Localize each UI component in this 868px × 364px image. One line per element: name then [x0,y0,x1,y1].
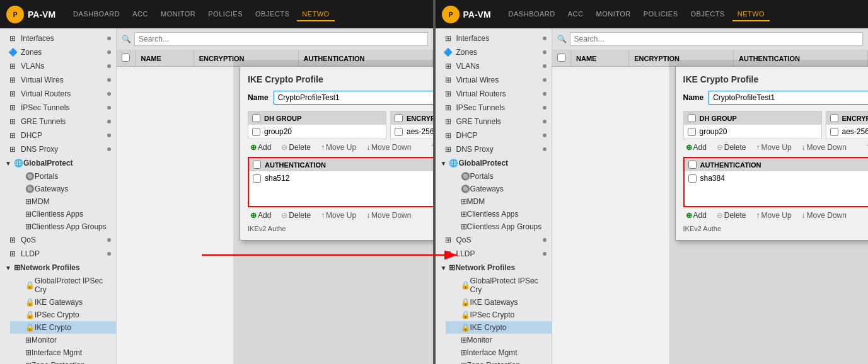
sidebar-globalprotect-left[interactable]: ▼ 🌐 GlobalProtect [0,156,116,170]
enc-check-right[interactable] [830,128,838,136]
sidebar-lldp-left[interactable]: ⊞ LLDP [0,247,116,261]
search-input-right[interactable] [570,32,864,46]
auth-movedown-btn-right[interactable]: ↓ Move Down [799,210,849,221]
modal-name-input-left[interactable] [274,91,433,105]
auth-delete-btn-right[interactable]: ⊖ Delete [714,210,749,221]
sidebar-monitor-right[interactable]: ⊞ Monitor [446,334,552,346]
sidebar-ipsec-right[interactable]: ⊞ IPSec Tunnels [436,101,552,115]
nav-acc-left[interactable]: ACC [127,8,153,21]
sidebar-interface-mgmt-right[interactable]: ⊞ Interface Mgmt [446,346,552,359]
col-name-left: NAME [136,50,194,67]
enc-check-left[interactable] [395,128,403,136]
dh-delete-btn-right[interactable]: ⊖ Delete [714,142,749,153]
sidebar-zone-protection-left[interactable]: ⊞ Zone Protection [10,359,116,364]
sidebar-ike-crypto-right[interactable]: 🔒 IKE Crypto [446,321,552,334]
sidebar-ipsec-crypto-left[interactable]: 🔒 IPSec Crypto [10,309,116,321]
sidebar-dns-right[interactable]: ⊞ DNS Proxy [436,142,552,156]
sidebar-dhcp-left[interactable]: ⊞ DHCP [0,128,116,142]
sidebar-ike-gateways-left[interactable]: 🔒 IKE Gateways [10,296,116,309]
sidebar-mdm-right[interactable]: ⊞ MDM [446,195,552,208]
sidebar-qos-right[interactable]: ⊞ QoS [436,233,552,247]
enc-select-all-right[interactable] [830,114,838,122]
auth-add-btn-left[interactable]: ⊕ Add [248,210,274,221]
sidebar-clientless-app-groups-left[interactable]: ⊞ Clientless App Groups [10,220,116,233]
dh-add-btn-right[interactable]: ⊕ Add [683,142,709,153]
sidebar-gateways-left[interactable]: 🔘 Gateways [10,183,116,195]
auth-movedown-btn-left[interactable]: ↓ Move Down [364,210,414,221]
sidebar-ipsec-left[interactable]: ⊞ IPSec Tunnels [0,101,116,115]
dh-movedown-btn-right[interactable]: ↓ Move Down [799,142,849,153]
timers-label-left: Timers [431,144,432,151]
select-all-left[interactable] [122,54,130,62]
nav-policies-left[interactable]: POLICIES [203,8,248,21]
dh-select-all-left[interactable] [252,114,260,122]
sidebar-gre-left[interactable]: ⊞ GRE Tunnels [0,115,116,128]
select-all-right[interactable] [557,54,565,62]
dh-delete-btn-left[interactable]: ⊖ Delete [279,142,313,153]
auth-moveup-btn-left[interactable]: ↑ Move Up [318,210,359,221]
nav-network-right[interactable]: NETWO [732,8,770,21]
nav-monitor-right[interactable]: MONITOR [591,8,636,21]
auth-moveup-btn-right[interactable]: ↑ Move Up [754,210,794,221]
sidebar-gp-ipsec-left[interactable]: 🔒 GlobalProtect IPSec Cry [10,275,116,296]
ike-crypto-modal-left: IKE Crypto Profile Name DH GROUP [240,66,433,241]
nav-objects-left[interactable]: OBJECTS [250,8,294,21]
auth-add-btn-right[interactable]: ⊕ Add [683,210,709,221]
sidebar-dns-left[interactable]: ⊞ DNS Proxy [0,142,116,156]
sidebar-clientless-apps-left[interactable]: ⊞ Clientless Apps [10,208,116,220]
dh-check-left[interactable] [252,128,260,136]
dh-add-btn-left[interactable]: ⊕ Add [248,142,274,153]
sidebar-virtual-routers-left[interactable]: ⊞ Virtual Routers [0,87,116,101]
sidebar-gre-right[interactable]: ⊞ GRE Tunnels [436,115,552,128]
sidebar-clientless-apps-right[interactable]: ⊞ Clientless Apps [446,208,552,220]
auth-check-left[interactable] [253,174,261,183]
sidebar-virtual-wires-left[interactable]: ⊞ Virtual Wires [0,73,116,87]
gp-icon-left: 🌐 [14,159,23,168]
sidebar-portals-left[interactable]: 🔘 Portals [10,170,116,183]
sidebar-mdm-left[interactable]: ⊞ MDM [10,195,116,208]
sidebar-vlans-left[interactable]: ⊞ VLANs [0,59,116,73]
sidebar-interface-mgmt-left[interactable]: ⊞ Interface Mgmt [10,346,116,359]
dh-moveup-btn-left[interactable]: ↑ Move Up [318,142,359,153]
auth-delete-btn-left[interactable]: ⊖ Delete [279,210,313,221]
sidebar-virtual-routers-right[interactable]: ⊞ Virtual Routers [436,87,552,101]
sidebar-clientless-app-groups-right[interactable]: ⊞ Clientless App Groups [446,220,552,233]
sidebar-qos-left[interactable]: ⊞ QoS [0,233,116,247]
logo-left[interactable]: P PA-VM [6,6,55,23]
auth-select-all-right[interactable] [688,161,697,169]
sidebar-interfaces-left[interactable]: ⊞ Interfaces [0,31,116,45]
nav-network-left[interactable]: NETWO [297,8,334,21]
sidebar-monitor-left[interactable]: ⊞ Monitor [10,334,116,346]
nav-policies-right[interactable]: POLICIES [639,8,683,21]
dh-movedown-btn-left[interactable]: ↓ Move Down [364,142,414,153]
sidebar-gateways-right[interactable]: 🔘 Gateways [446,183,552,195]
sidebar-globalprotect-right[interactable]: ▼ 🌐 GlobalProtect [436,156,552,170]
sidebar-ike-gateways-right[interactable]: 🔒 IKE Gateways [446,296,552,309]
sidebar-zones-left[interactable]: 🔷 Zones [0,45,116,59]
sidebar-interfaces-right[interactable]: ⊞ Interfaces [436,31,552,45]
nav-objects-right[interactable]: OBJECTS [686,8,730,21]
modal-name-input-right[interactable] [709,91,868,105]
auth-select-all-left[interactable] [253,161,261,169]
sidebar-virtual-wires-right[interactable]: ⊞ Virtual Wires [436,73,552,87]
search-input-left[interactable] [134,32,428,46]
sidebar-dhcp-right[interactable]: ⊞ DHCP [436,128,552,142]
sidebar-zone-protection-right[interactable]: ⊞ Zone Protection [446,359,552,364]
enc-select-all-left[interactable] [395,114,403,122]
nav-monitor-left[interactable]: MONITOR [156,8,200,21]
nav-dashboard-left[interactable]: DASHBOARD [68,8,125,21]
sidebar-ike-crypto-left[interactable]: 🔒 IKE Crypto [10,321,116,334]
auth-check-right[interactable] [688,174,697,183]
sidebar-ipsec-crypto-right[interactable]: 🔒 IPSec Crypto [446,309,552,321]
dh-select-all-right[interactable] [688,114,696,122]
sidebar-zones-right[interactable]: 🔷 Zones [436,45,552,59]
sidebar-portals-right[interactable]: 🔘 Portals [446,170,552,183]
nav-dashboard-right[interactable]: DASHBOARD [504,8,560,21]
sidebar-np-left[interactable]: ▼ ⊞ Network Profiles [0,261,116,275]
sidebar-vlans-right[interactable]: ⊞ VLANs [436,59,552,73]
dh-check-right[interactable] [688,128,696,136]
sidebar-gp-ipsec-right[interactable]: 🔒 GlobalProtect IPSec Cry [446,275,552,296]
dh-moveup-btn-right[interactable]: ↑ Move Up [754,142,794,153]
nav-acc-right[interactable]: ACC [563,8,589,21]
logo-right[interactable]: P PA-VM [442,6,491,23]
